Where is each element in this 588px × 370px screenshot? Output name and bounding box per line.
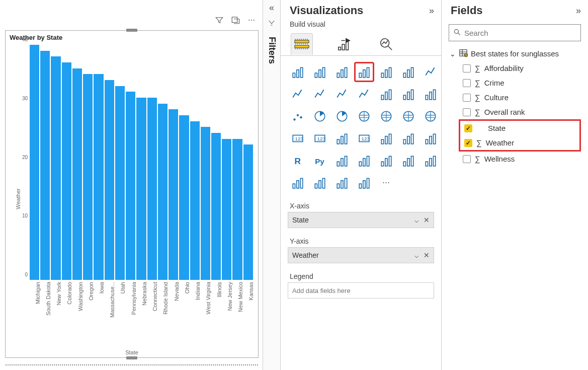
viz-type-paginated[interactable] (289, 174, 307, 192)
viz-type-stacked-column[interactable] (355, 63, 373, 81)
legend-well[interactable]: Add data fields here (288, 282, 434, 299)
bar[interactable] (30, 45, 39, 280)
visual-container[interactable]: ⋯ Weather by State Weather 010203040 Mic… (5, 30, 259, 358)
build-tab[interactable] (291, 33, 313, 55)
viz-type-area[interactable] (289, 85, 307, 103)
field-checkbox[interactable] (463, 64, 471, 72)
field-checkbox[interactable] (464, 124, 472, 132)
filter-vert-icon[interactable] (267, 19, 276, 30)
viz-type-map[interactable] (377, 107, 395, 125)
focus-icon[interactable] (230, 15, 241, 26)
filter-icon[interactable] (214, 15, 225, 26)
viz-type-r-visual[interactable]: R (289, 152, 307, 170)
bar[interactable] (62, 62, 71, 280)
viz-type-stacked-column-100[interactable] (399, 63, 417, 81)
bar[interactable] (115, 86, 125, 280)
remove-icon[interactable]: ✕ (424, 216, 430, 224)
viz-type-treemap[interactable] (355, 107, 373, 125)
viz-type-powerautomate[interactable] (355, 174, 373, 192)
viz-type-table[interactable] (399, 129, 417, 147)
viz-type-line[interactable] (422, 63, 440, 81)
chevron-down-icon[interactable]: ⌵ (414, 216, 418, 224)
viz-type-more-visuals[interactable]: ⋯ (377, 174, 395, 192)
viz-type-stacked-bar[interactable] (289, 63, 307, 81)
viz-type-decomp-tree[interactable] (355, 152, 373, 170)
bar[interactable] (105, 80, 114, 280)
viz-type-pie[interactable] (311, 107, 329, 125)
field-checkbox[interactable] (464, 139, 472, 147)
field-row-culture[interactable]: ∑Culture (449, 90, 581, 105)
viz-type-key-influencers[interactable] (333, 152, 351, 170)
bar[interactable] (243, 144, 253, 280)
bar[interactable] (40, 51, 50, 280)
viz-type-clustered-column[interactable] (377, 63, 395, 81)
field-checkbox[interactable] (463, 79, 471, 87)
viz-type-card[interactable]: 123 (289, 129, 307, 147)
bar[interactable] (72, 68, 82, 280)
viz-type-goals[interactable] (422, 152, 440, 170)
bar[interactable] (83, 74, 93, 280)
xaxis-well[interactable]: State ⌵✕ (288, 212, 434, 228)
viz-type-stacked-area[interactable] (311, 85, 329, 103)
field-row-wellness[interactable]: ∑Wellness (449, 152, 581, 166)
viz-type-donut[interactable] (333, 107, 351, 125)
bar[interactable] (51, 56, 60, 280)
bar[interactable] (190, 121, 200, 280)
viz-type-scatter[interactable] (289, 107, 307, 125)
chevron-down-icon[interactable]: ⌄ (450, 50, 456, 58)
fields-search[interactable] (449, 24, 581, 41)
bar[interactable] (147, 98, 157, 280)
report-canvas[interactable]: ⋯ Weather by State Weather 010203040 Mic… (0, 0, 263, 370)
field-row-affordability[interactable]: ∑Affordability (449, 61, 581, 76)
bar[interactable] (232, 139, 242, 280)
viz-type-arcgis[interactable] (311, 174, 329, 192)
bar[interactable] (179, 115, 189, 280)
resize-handle-top[interactable] (126, 29, 137, 32)
collapse-right-icon[interactable]: » (429, 6, 434, 15)
fields-search-input[interactable] (464, 29, 576, 37)
yaxis-well[interactable]: Weather ⌵✕ (288, 247, 434, 263)
viz-type-stacked-bar-100[interactable] (333, 63, 351, 81)
remove-icon[interactable]: ✕ (424, 251, 430, 259)
field-checkbox[interactable] (463, 155, 471, 163)
plot-area[interactable]: 010203040 (30, 45, 253, 280)
collapse-left-icon[interactable]: « (269, 3, 274, 12)
viz-type-powerapps[interactable] (333, 174, 351, 192)
field-row-overall-rank[interactable]: ∑Overall rank (449, 105, 581, 119)
analytics-tab[interactable] (375, 33, 397, 55)
bar[interactable] (158, 104, 167, 280)
bar[interactable] (136, 98, 146, 280)
field-checkbox[interactable] (463, 108, 471, 116)
resize-handle-bottom[interactable] (126, 356, 137, 359)
filters-pane-collapsed[interactable]: « Filters (263, 0, 281, 370)
field-row-crime[interactable]: ∑Crime (449, 76, 581, 90)
viz-type-azure-map[interactable] (422, 107, 440, 125)
viz-type-matrix[interactable] (422, 129, 440, 147)
viz-type-multi-row-card[interactable] (333, 129, 351, 147)
bar[interactable] (94, 74, 103, 280)
collapse-right-icon[interactable]: » (576, 6, 581, 15)
format-tab[interactable] (333, 33, 355, 55)
viz-type-filled-map[interactable] (399, 107, 417, 125)
viz-type-narrative[interactable] (399, 152, 417, 170)
field-checkbox[interactable] (463, 94, 471, 102)
viz-type-qa[interactable] (377, 152, 395, 170)
viz-type-line-clustered-column[interactable] (355, 85, 373, 103)
bar[interactable] (201, 127, 210, 280)
viz-type-line-stacked-column[interactable] (333, 85, 351, 103)
field-row-state[interactable]: State (459, 119, 581, 135)
table-row[interactable]: ⌄ Best states for sunglasses (449, 46, 581, 61)
viz-type-funnel[interactable] (422, 85, 440, 103)
chevron-down-icon[interactable]: ⌵ (414, 251, 418, 259)
field-row-weather[interactable]: ∑Weather (459, 135, 581, 152)
viz-type-slicer[interactable] (377, 129, 395, 147)
bar[interactable] (126, 92, 135, 280)
viz-type-ribbon[interactable] (377, 85, 395, 103)
viz-type-clustered-bar[interactable] (311, 63, 329, 81)
bar[interactable] (222, 139, 231, 280)
viz-type-gauge[interactable]: 123 (311, 129, 329, 147)
viz-type-kpi[interactable]: 123 (355, 129, 373, 147)
bar[interactable] (211, 133, 221, 280)
more-icon[interactable]: ⋯ (246, 15, 257, 26)
viz-type-python-visual[interactable]: Py (311, 152, 329, 170)
